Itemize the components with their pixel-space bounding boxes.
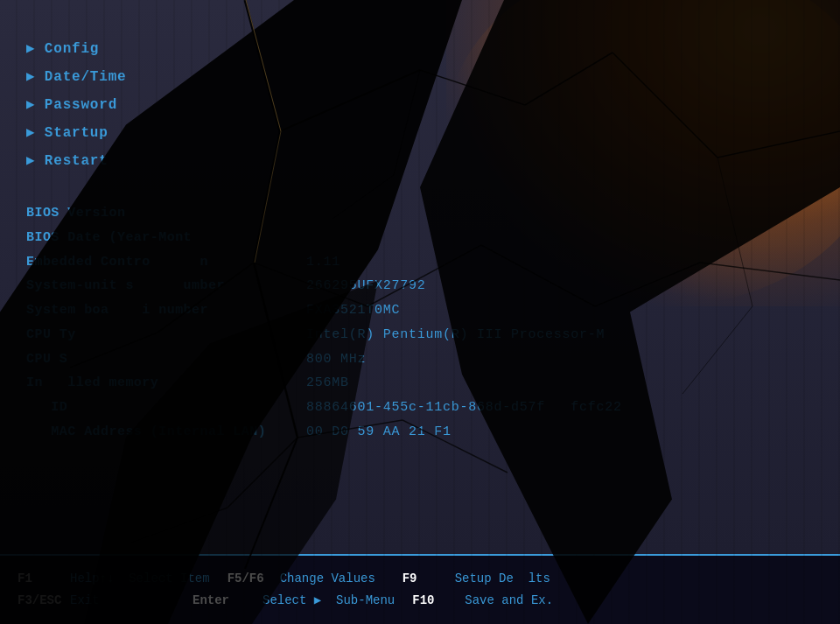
key-f10: F10: [412, 590, 465, 612]
status-row-1: F1 Help↑↓ Select Item F5/F6 Change Value…: [18, 568, 822, 590]
bios-screen: Config Date/Time Password Startup Restar…: [0, 0, 840, 624]
desc-select: Select ▶ Sub-Menu: [262, 590, 412, 612]
desc-change: Change Values: [280, 568, 402, 590]
desc-save: Save and Ex.: [465, 590, 587, 612]
key-f1: F1: [18, 568, 70, 590]
desc-setup: Setup De lts: [455, 568, 578, 590]
status-bar: F1 Help↑↓ Select Item F5/F6 Change Value…: [0, 554, 840, 624]
info-row-cpu-speed: CPU S 800 MHz: [26, 347, 814, 372]
info-row-uuid: ID 88864601-455c-11cb-868d-d57f fcfc22: [26, 396, 814, 420]
status-bar-inner: F1 Help↑↓ Select Item F5/F6 Change Value…: [18, 568, 822, 612]
key-enter: Enter: [192, 590, 262, 612]
key-f3esc: F3/ESC: [18, 590, 70, 612]
key-f5f6: F5/F6: [228, 568, 280, 590]
info-row-cpu-type: CPU Ty Intel(R) Pentium(R) III Processor…: [26, 323, 814, 347]
info-row-mac: MAC Address (Internal LAN) 00 D0 59 AA 2…: [26, 420, 814, 445]
status-row-2: F3/ESC Exit Enter Select ▶ Sub-Menu F10 …: [18, 590, 822, 612]
desc-help: Help↑↓ Select Item: [70, 568, 228, 590]
desc-exit: Exit: [70, 590, 192, 612]
info-row-memory: In lled memory 256MB: [26, 371, 814, 396]
key-f9: F9: [402, 568, 455, 590]
